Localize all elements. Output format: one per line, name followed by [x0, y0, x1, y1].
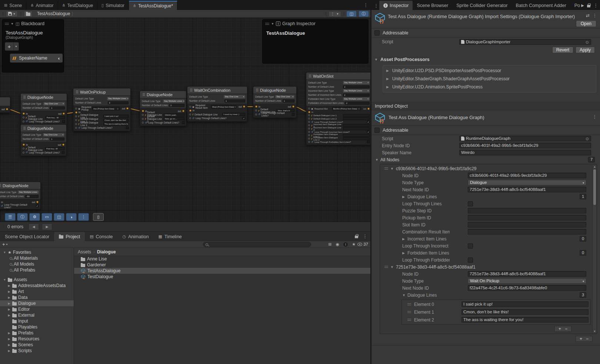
asset-postprocessors-header[interactable]: ▼ Asset PostProcessors — [371, 55, 600, 64]
socket-icon[interactable] — [23, 148, 24, 149]
node-header[interactable]: ☰DialogueNode — [253, 87, 296, 94]
node-dropdown[interactable]: Say Multiple Lines — [107, 97, 129, 100]
tree-folder-scenes[interactable]: ▶Scenes — [0, 342, 74, 348]
blackboard-header[interactable]: ▼ ◫ Blackboard — [2, 20, 64, 28]
socket-icon[interactable] — [75, 108, 77, 109]
socket-icon[interactable] — [189, 117, 191, 119]
loop-checkbox[interactable]: ✓ — [36, 205, 39, 207]
minus-button[interactable]: − — [586, 337, 589, 341]
node-header[interactable]: ☰DialogueNode — [21, 125, 66, 132]
file-row-testdialogue[interactable]: {}TestDialogue — [74, 274, 370, 280]
drag-handle-icon[interactable] — [384, 266, 388, 268]
postprocessor-row[interactable]: ▶UnityEditor.ShaderGraph.ShaderGraphAsse… — [386, 75, 593, 83]
foldout-icon[interactable]: ▶ — [7, 284, 11, 287]
tree-folder-playables[interactable]: Playables — [0, 324, 74, 330]
scroll-down-icon[interactable]: ▼ — [593, 330, 596, 333]
out-port[interactable] — [6, 108, 8, 110]
dialogue-line-field[interactable]: I need my meat :) — [222, 113, 245, 116]
drag-handle-icon[interactable] — [407, 319, 411, 321]
loop-checkbox[interactable]: ✓ — [367, 131, 370, 133]
assets-root-row[interactable]: ▼Assets — [0, 277, 74, 283]
foldout-icon[interactable]: ▶ — [386, 77, 390, 81]
foldout-icon[interactable]: ▶ — [7, 337, 11, 341]
dialogue-line-field[interactable]: Post boy... W — [46, 116, 65, 119]
socket-icon[interactable] — [255, 109, 257, 111]
dialogue-line-field[interactable] — [343, 117, 370, 120]
foldout-icon[interactable]: ▶ — [402, 251, 406, 255]
favorite-item-all-prefabs[interactable]: All Prefabs — [0, 267, 74, 273]
create-asset-button[interactable]: +▼ — [2, 242, 8, 247]
node-dropdown[interactable]: Say Multiple Lines — [343, 89, 370, 92]
node-header[interactable]: ☰WaitOnCombination — [187, 87, 247, 94]
socket-icon[interactable] — [308, 114, 310, 116]
object-reference-field[interactable]: Meat (Pickup Item Data)⊙ — [211, 105, 236, 108]
tab-testdialogue[interactable]: ⋔TestDialogue — [58, 1, 98, 10]
node-dropdown[interactable]: Say Multiple Lines — [18, 191, 39, 194]
tab-animator[interactable]: ⋔Animator — [26, 1, 58, 10]
dialogue-line-field[interactable]: Ohhhh yeah, — [164, 114, 184, 117]
foldout-icon[interactable]: ▶ — [386, 69, 390, 73]
kebab-icon[interactable]: ⋮ — [592, 114, 597, 119]
file-row-testassdialogue[interactable]: {}TestAssDialogue — [74, 268, 370, 274]
tab-testassdialogue[interactable]: ⋔TestAssDialogue* — [129, 1, 177, 10]
object-picker-icon[interactable]: ⊙ — [235, 105, 236, 108]
node-number-field[interactable]: 2 — [169, 104, 184, 107]
footer-capsule-icon[interactable]: ▯ — [93, 213, 104, 221]
foldout-icon[interactable]: ▼ — [271, 22, 274, 26]
addressable-checkbox[interactable] — [374, 30, 380, 36]
breadcrumb[interactable]: TestAssDialogue⟩ — [37, 11, 73, 16]
save-button[interactable]: ▼ — [6, 11, 18, 17]
foldout-icon[interactable]: ▶ — [402, 195, 406, 199]
favorite-item-all-materials[interactable]: All Materials — [0, 255, 74, 261]
graph-node-dialoguenode[interactable]: ☰DialogueNodeDefault Line TypeSay One Li… — [20, 124, 67, 156]
foldout-icon[interactable]: ▶ — [7, 331, 11, 335]
foldout-icon[interactable]: ▶ — [7, 290, 11, 293]
blackboard-variable-speakername[interactable]: SpeakerName ‹ — [10, 54, 63, 63]
node-section-header[interactable]: ▼c93b5606-401f-49a2-99b5-9ecbf1fa9c29 — [380, 165, 592, 172]
foldout-icon[interactable]: ▶ — [7, 314, 11, 317]
tree-folder-data[interactable]: ▶Data — [0, 294, 74, 300]
save-as-button[interactable] — [24, 11, 33, 17]
element-value-field[interactable]: The ass is waiting there for you! — [461, 317, 589, 323]
node-header[interactable]: ☰StartNode — [0, 97, 10, 106]
in-port[interactable] — [308, 111, 310, 113]
socket-icon[interactable] — [75, 115, 77, 117]
graph-node-dialoguenode[interactable]: ☰DialogueNodeDefault Line TypeSay Multip… — [140, 91, 187, 126]
kebab-icon[interactable]: ⋮ — [593, 3, 598, 8]
socket-icon[interactable] — [308, 118, 310, 119]
tab-scene-browser[interactable]: Scene Browser — [413, 1, 452, 10]
breadcrumb-current[interactable]: Dialogue — [97, 249, 116, 255]
checkbox[interactable] — [468, 201, 473, 206]
loop-checkbox[interactable]: ✓ — [243, 117, 245, 119]
dialogue-line-field[interactable] — [343, 134, 370, 137]
node-dropdown[interactable]: Say One Line — [275, 95, 294, 98]
footer-tools-icon[interactable]: ⚙ — [29, 213, 40, 221]
graph-node-dialoguenode[interactable]: ☰DialogueNodeDefault Line TypeSay Multip… — [0, 182, 41, 209]
footer-blackboard-icon[interactable]: ◫ — [54, 213, 64, 221]
file-row-gardener[interactable]: Gardener — [74, 262, 370, 268]
socket-icon[interactable] — [308, 128, 310, 129]
dropdown[interactable]: Wait On Pickup — [468, 278, 586, 284]
scrollbar-thumb[interactable] — [593, 169, 596, 205]
out-port[interactable] — [126, 107, 129, 109]
file-row-anne-lise[interactable]: Anne Lise — [74, 256, 370, 262]
minus-button[interactable]: − — [565, 327, 567, 331]
graph-inspector-panel[interactable]: ▼ i Graph Inspector TestAssDialogue — [262, 19, 369, 64]
toggle-info-icon[interactable]: ⓘ — [359, 11, 369, 17]
hidden-count[interactable]: 37 — [357, 242, 368, 246]
tab-batch-component-adder[interactable]: Batch Component Adder — [511, 1, 570, 10]
foldout-icon[interactable]: ▼ — [11, 22, 14, 26]
footer-transition-icon[interactable]: ◑ — [66, 213, 77, 221]
socket-icon[interactable] — [189, 106, 191, 108]
out-port[interactable] — [36, 201, 39, 203]
tree-folder-external[interactable]: ▶External — [0, 312, 74, 318]
socket-icon[interactable] — [23, 152, 24, 154]
socket-icon[interactable] — [308, 124, 310, 126]
tab-scene-object-locator[interactable]: Scene Object Locator — [0, 232, 54, 241]
scrollbar[interactable]: ▲ ▼ — [592, 165, 596, 333]
loop-checkbox[interactable] — [62, 151, 64, 154]
value-field[interactable]: c93b5606-401f-49a2-99b5-9ecbf1fa9c29 — [459, 143, 591, 148]
graph-node-waitonslot[interactable]: ☰WaitOnSlotDefault Line TypeSay Multiple… — [306, 72, 370, 145]
tree-folder-addressableassetsdata[interactable]: ▶AddressableAssetsData — [0, 283, 74, 289]
node-header[interactable]: ☰DialogueNode — [0, 182, 40, 189]
